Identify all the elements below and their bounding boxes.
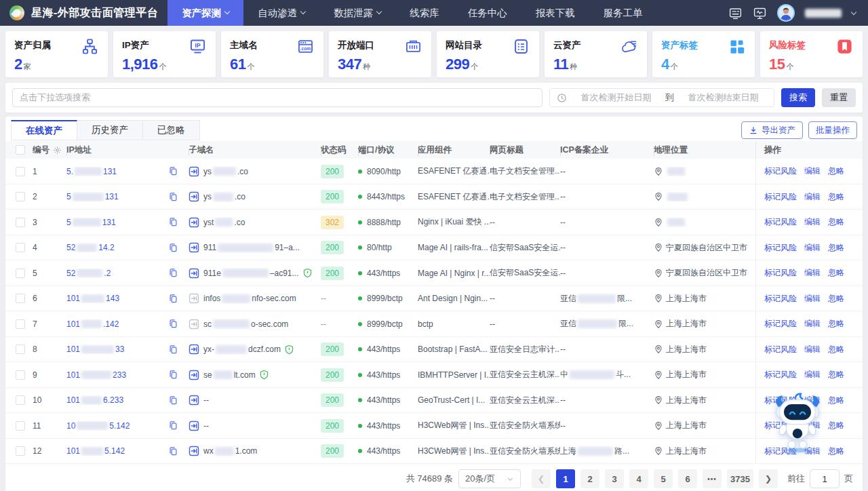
stat-card-6[interactable]: 云资产11种 [545, 31, 647, 77]
row-checkbox[interactable] [16, 269, 25, 278]
batch-operation-button[interactable]: 批量操作 [808, 121, 857, 139]
copy-button[interactable] [168, 319, 189, 329]
row-checkbox[interactable] [16, 192, 25, 201]
ip-address[interactable]: 1015.142 [66, 446, 168, 456]
action-mark-risk[interactable]: 标记风险 [764, 344, 797, 355]
action-mark-risk[interactable]: 标记风险 [764, 267, 797, 279]
subdomain-link[interactable]: -- [189, 395, 321, 406]
subdomain-link[interactable]: wx1.com [189, 446, 321, 456]
page-ellipsis[interactable]: ••• [703, 469, 722, 488]
copy-button[interactable] [168, 370, 189, 380]
action-ignore[interactable]: 忽略 [828, 216, 844, 228]
page-button-3[interactable]: 3 [605, 469, 624, 488]
subdomain-link[interactable]: 911e–ac91... [189, 268, 321, 279]
ip-address[interactable]: 105.142 [66, 421, 168, 431]
copy-button[interactable] [168, 345, 189, 355]
stat-card-5[interactable]: 网站目录299个 [437, 31, 539, 77]
ip-address[interactable]: 101143 [66, 294, 168, 303]
stat-card-4[interactable]: 开放端口347种 [329, 31, 431, 77]
tab-1[interactable]: 在线资产 [11, 120, 77, 140]
monitor-icon[interactable] [753, 6, 767, 20]
assistant-mascot-robot[interactable] [770, 391, 825, 453]
row-checkbox[interactable] [16, 446, 25, 456]
action-edit[interactable]: 编辑 [804, 216, 821, 228]
chevron-down-icon[interactable] [851, 9, 856, 14]
action-edit[interactable]: 编辑 [804, 267, 821, 279]
nav-item-4[interactable]: 线索库 [395, 0, 454, 26]
stat-card-8[interactable]: 风险标签15个 [760, 31, 863, 77]
action-edit[interactable]: 编辑 [804, 165, 821, 177]
ip-address[interactable]: 101.142 [66, 319, 168, 329]
action-ignore[interactable]: 忽略 [828, 165, 844, 177]
search-input[interactable]: 点击下拉选项搜索 [12, 88, 542, 107]
action-ignore[interactable]: 忽略 [828, 318, 844, 330]
nav-item-2[interactable]: 自动渗透 [243, 0, 319, 26]
nav-item-1[interactable]: 资产探测 [167, 0, 243, 26]
page-button-5[interactable]: 5 [654, 469, 673, 488]
row-checkbox[interactable] [16, 345, 25, 354]
nav-item-3[interactable]: 数据泄露 [319, 0, 395, 26]
subdomain-link[interactable]: selt.com [189, 370, 321, 380]
action-mark-risk[interactable]: 标记风险 [764, 216, 797, 228]
page-button-3735[interactable]: 3735 [727, 469, 753, 488]
tab-2[interactable]: 历史资产 [77, 120, 143, 140]
action-ignore[interactable]: 忽略 [828, 369, 844, 380]
copy-button[interactable] [168, 217, 189, 227]
row-checkbox[interactable] [16, 395, 25, 405]
copy-button[interactable] [168, 446, 189, 456]
action-ignore[interactable]: 忽略 [828, 395, 844, 406]
action-mark-risk[interactable]: 标记风险 [764, 293, 797, 305]
row-checkbox[interactable] [16, 167, 25, 176]
action-edit[interactable]: 编辑 [804, 191, 821, 203]
copy-button[interactable] [168, 243, 189, 253]
copy-button[interactable] [168, 268, 189, 278]
action-ignore[interactable]: 忽略 [828, 191, 844, 203]
prev-page-button[interactable]: ❮ [532, 469, 551, 488]
subdomain-link[interactable]: yx-dczf.com [189, 344, 321, 355]
copy-button[interactable] [168, 294, 189, 304]
nav-item-6[interactable]: 报表下载 [521, 0, 589, 26]
copy-button[interactable] [168, 420, 189, 431]
nav-item-7[interactable]: 服务工单 [589, 0, 657, 26]
action-ignore[interactable]: 忽略 [828, 344, 844, 355]
action-mark-risk[interactable]: 标记风险 [764, 165, 797, 177]
reset-button[interactable]: 重置 [822, 88, 856, 107]
ip-address[interactable]: 10133 [66, 345, 168, 354]
action-ignore[interactable]: 忽略 [828, 242, 844, 254]
ip-address[interactable]: 5214.2 [66, 243, 168, 252]
stat-card-7[interactable]: 资产标签4个 [652, 31, 755, 77]
action-edit[interactable]: 编辑 [804, 344, 821, 355]
action-mark-risk[interactable]: 标记风险 [764, 242, 797, 254]
action-edit[interactable]: 编辑 [804, 318, 821, 330]
console-icon[interactable] [728, 6, 743, 20]
action-edit[interactable]: 编辑 [804, 369, 821, 380]
action-ignore[interactable]: 忽略 [828, 420, 844, 431]
stat-card-3[interactable]: 主域名.com61个 [221, 31, 323, 77]
subdomain-link[interactable]: -- [189, 420, 321, 431]
nav-item-5[interactable]: 任务中心 [454, 0, 521, 26]
row-checkbox[interactable] [16, 370, 25, 380]
ip-address[interactable]: 5.131 [66, 167, 168, 176]
user-avatar[interactable] [777, 4, 795, 22]
stat-card-2[interactable]: IP资产IP1,916个 [113, 31, 216, 77]
stat-card-1[interactable]: 资产归属2家 [5, 31, 108, 77]
gear-icon[interactable] [53, 146, 62, 155]
action-ignore[interactable]: 忽略 [828, 267, 844, 279]
row-checkbox[interactable] [16, 243, 25, 252]
subdomain-link[interactable]: ys.co [189, 191, 321, 202]
select-all-checkbox[interactable] [16, 145, 25, 155]
action-mark-risk[interactable]: 标记风险 [764, 369, 797, 380]
subdomain-link[interactable]: yst.co [189, 217, 321, 228]
copy-button[interactable] [168, 192, 189, 202]
search-button[interactable]: 搜索 [781, 88, 815, 107]
page-button-1[interactable]: 1 [556, 469, 575, 488]
row-checkbox[interactable] [16, 319, 25, 329]
page-button-6[interactable]: 6 [678, 469, 697, 488]
action-edit[interactable]: 编辑 [804, 293, 821, 305]
action-mark-risk[interactable]: 标记风险 [764, 191, 797, 203]
ip-address[interactable]: 52.2 [66, 269, 168, 278]
ip-address[interactable]: 101233 [66, 370, 168, 380]
copy-button[interactable] [168, 395, 189, 406]
subdomain-link[interactable]: sco-sec.com [189, 319, 321, 330]
subdomain-link[interactable]: 91191–a... [189, 242, 321, 253]
